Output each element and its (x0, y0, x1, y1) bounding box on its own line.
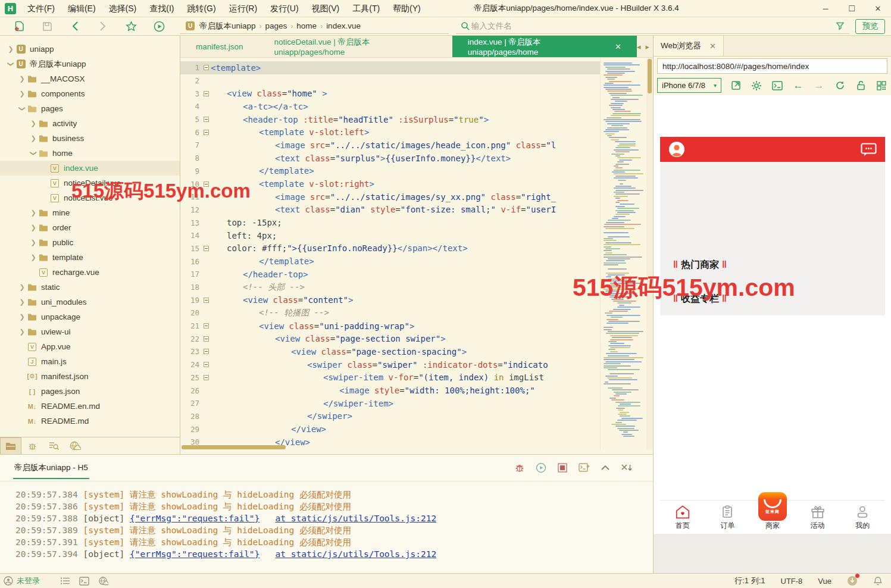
restart-button[interactable] (535, 462, 547, 474)
log-error-link[interactable]: {"errMsg":"request:fail"} (130, 514, 260, 523)
new-file-button[interactable] (10, 19, 28, 33)
tabbar-item-profile[interactable]: 我的 (840, 501, 885, 534)
tree-item[interactable]: ❯business (0, 131, 180, 146)
browser-tab[interactable]: Web浏览器 ✕ (654, 36, 724, 56)
bug-button[interactable] (514, 462, 526, 474)
preview-button[interactable]: 预览 (855, 19, 885, 34)
close-panel-button[interactable] (621, 462, 633, 474)
tree-item[interactable]: ❯uview-ui (0, 324, 180, 339)
globe-icon[interactable] (97, 576, 109, 586)
qrcode-icon[interactable] (876, 80, 887, 92)
fold-marker-icon[interactable] (202, 298, 211, 303)
chevron-collapsed-icon[interactable]: ❯ (29, 135, 38, 142)
menu-item[interactable]: 选择(S) (102, 0, 143, 17)
save-button[interactable] (38, 19, 56, 33)
sidebar-tab-project-explorer[interactable] (0, 437, 21, 454)
unlock-icon[interactable] (855, 80, 867, 92)
tab-scroll-left-icon[interactable]: ◂ (637, 42, 641, 51)
chevron-collapsed-icon[interactable]: ❯ (17, 75, 27, 83)
cursor-position[interactable]: 行:1 列:1 (734, 576, 765, 586)
chevron-collapsed-icon[interactable]: ❯ (6, 45, 15, 53)
list-icon[interactable] (59, 576, 71, 586)
menu-item[interactable]: 跳转(G) (180, 0, 222, 17)
fold-marker-icon[interactable] (202, 130, 211, 135)
fold-marker-icon[interactable] (202, 323, 211, 329)
filter-icon[interactable] (834, 20, 846, 32)
minimize-button[interactable]: ─ (812, 0, 839, 17)
tree-item[interactable]: Vindex.vue (0, 161, 180, 176)
tree-item[interactable]: ❯activity (0, 116, 180, 131)
fold-marker-icon[interactable] (202, 91, 211, 96)
tree-item[interactable]: ❯order (0, 220, 180, 235)
avatar-icon[interactable] (668, 141, 685, 158)
device-selector[interactable]: iPhone 6/7/8 ▾ (657, 78, 721, 93)
tree-item[interactable]: ❯U帝启版本uniapp (0, 57, 180, 71)
tree-item[interactable]: ❯pages (0, 101, 180, 116)
close-button[interactable]: ✕ (865, 0, 891, 17)
language-mode[interactable]: Vue (818, 577, 831, 586)
new-console-button[interactable] (578, 462, 590, 474)
fold-marker-icon[interactable] (202, 375, 211, 380)
log-source-link[interactable]: at static/js/utils/Tools.js:212 (276, 549, 437, 559)
tab-scroll-right-icon[interactable]: ▸ (645, 42, 649, 51)
tree-item[interactable]: ❯unpackage (0, 309, 180, 324)
fold-marker-icon[interactable] (202, 336, 211, 342)
encoding[interactable]: UTF-8 (781, 577, 803, 586)
url-input[interactable]: http://localhost:8080/#/pages/home/index (657, 58, 887, 74)
log-error-link[interactable]: {"errMsg":"request:fail"} (130, 549, 260, 559)
fold-marker-icon[interactable] (202, 362, 211, 367)
chevron-collapsed-icon[interactable]: ❯ (17, 90, 27, 98)
tab-close-icon[interactable]: ✕ (615, 42, 621, 51)
terminal-icon[interactable] (78, 576, 90, 586)
stop-button[interactable] (557, 462, 568, 474)
forward-icon[interactable]: → (813, 80, 825, 92)
fold-marker-icon[interactable] (202, 246, 211, 251)
tree-item[interactable]: ❯public (0, 235, 180, 250)
tree-item[interactable]: ❯static (0, 280, 180, 295)
update-download-icon[interactable] (847, 576, 858, 586)
tree-item[interactable]: Jmain.js (0, 354, 180, 369)
code-editor[interactable]: 1<template>23<view class="home" >4<a-tc>… (180, 58, 653, 449)
menu-item[interactable]: 发行(U) (264, 0, 305, 17)
console-tab[interactable]: 帝启版本uniapp - H5 (13, 456, 89, 479)
maximize-button[interactable]: ☐ (839, 0, 865, 17)
run-button[interactable] (150, 19, 168, 33)
tree-item[interactable]: ❯components (0, 86, 180, 101)
editor-horizontal-scrollbar[interactable] (180, 445, 600, 450)
sidebar-tab-cloud[interactable] (64, 437, 86, 454)
tree-item[interactable]: ❯uni_modules (0, 295, 180, 309)
collapse-button[interactable] (599, 462, 611, 474)
chevron-collapsed-icon[interactable]: ❯ (17, 313, 27, 321)
tabbar-item-gift[interactable]: 活动 (795, 501, 840, 534)
editor-tab[interactable]: noticeDetail.vue | 帝启版本uniapp/pages/home (259, 36, 452, 57)
tree-item[interactable]: Vrecharge.vue (0, 265, 180, 280)
browser-tab-close-icon[interactable]: ✕ (709, 42, 716, 51)
back-icon[interactable]: ← (792, 80, 804, 92)
minimap[interactable] (600, 58, 646, 449)
menu-item[interactable]: 查找(I) (143, 0, 180, 17)
editor-vertical-scrollbar[interactable] (646, 58, 653, 449)
tree-item[interactable]: ❯template (0, 250, 180, 265)
menu-item[interactable]: 编辑(E) (61, 0, 102, 17)
chevron-expanded-icon[interactable]: ❯ (30, 149, 37, 158)
nav-forward-button[interactable] (94, 19, 112, 33)
login-status[interactable]: 未登录 (4, 576, 40, 586)
breadcrumb-item[interactable]: 帝启版本uniapp (197, 21, 258, 32)
breadcrumb-item[interactable]: home (294, 21, 319, 30)
breadcrumb-item[interactable]: pages (263, 21, 290, 30)
sidebar-tab-debug[interactable] (21, 437, 43, 454)
chevron-expanded-icon[interactable]: ❯ (7, 60, 15, 69)
tree-item[interactable]: ❯mine (0, 205, 180, 220)
tree-item[interactable]: ❯Uuniapp (0, 42, 180, 57)
nav-back-button[interactable] (66, 19, 84, 33)
tabbar-item-home[interactable]: 首页 (660, 501, 705, 534)
chevron-collapsed-icon[interactable]: ❯ (29, 120, 38, 127)
tabbar-item-orders[interactable]: 订单 (705, 501, 751, 534)
settings-icon[interactable] (751, 80, 762, 92)
open-external-icon[interactable] (730, 80, 742, 92)
refresh-icon[interactable] (834, 80, 846, 92)
menu-item[interactable]: 文件(F) (21, 0, 61, 17)
tree-item[interactable]: M↓README.en.md (0, 399, 180, 414)
editor-tab[interactable]: manifest.json (180, 36, 259, 57)
breadcrumb-item[interactable]: index.vue (324, 21, 363, 30)
